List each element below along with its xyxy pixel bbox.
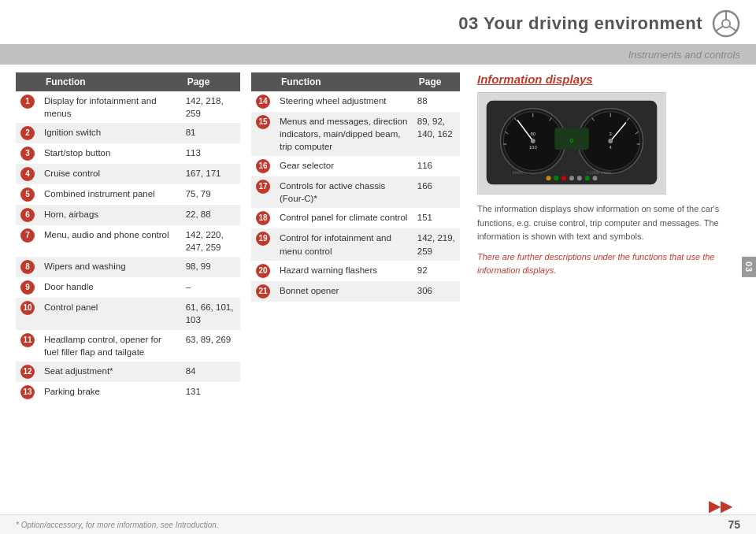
row-page: 142, 219, 259 [413, 228, 460, 260]
badge-number: 14 [256, 95, 270, 109]
row-function: Hazard warning flashers [275, 261, 413, 281]
row-page: 151 [413, 208, 460, 228]
row-function: Wipers and washing [39, 257, 181, 277]
badge-number: 7 [20, 228, 35, 243]
svg-point-33 [547, 176, 551, 180]
row-badge: 5 [16, 184, 39, 205]
row-page: 167, 171 [181, 164, 240, 184]
row-badge: 15 [251, 112, 275, 156]
row-badge: 19 [251, 228, 275, 260]
row-page: 88 [413, 91, 460, 112]
row-page: 92 [413, 261, 460, 281]
table-row: 5 Combined instrument panel 75, 79 [16, 184, 240, 205]
footer-page: 75 [728, 518, 740, 531]
table-row: 6 Horn, airbags 22, 88 [16, 205, 240, 225]
row-page: 63, 89, 269 [181, 330, 240, 362]
left-col-function: Function [39, 72, 181, 91]
badge-number: 21 [256, 284, 270, 299]
svg-text:×1000 r/min: ×1000 r/min [587, 170, 611, 175]
row-function: Control panel [39, 298, 181, 329]
badge-number: 5 [20, 187, 35, 202]
table-row: 12 Seat adjustment* 84 [16, 362, 240, 382]
svg-point-34 [554, 176, 558, 180]
info-title: Information displays [477, 72, 740, 86]
badge-number: 13 [20, 385, 35, 399]
right-col-function: Function [275, 72, 413, 91]
page-title: 03 Your driving environment [458, 13, 702, 34]
svg-point-17 [531, 139, 536, 143]
row-badge: 3 [16, 143, 39, 164]
row-function: Bonnet opener [275, 281, 413, 302]
row-function: Control panel for climate control [275, 208, 413, 228]
row-function: Menu, audio and phone control [39, 225, 181, 257]
table-row: 8 Wipers and washing 98, 99 [16, 257, 240, 277]
row-badge: 21 [251, 281, 275, 302]
badge-number: 18 [256, 211, 270, 225]
row-badge: 8 [16, 257, 39, 277]
table-row: 19 Control for infotainment and menu con… [251, 228, 460, 260]
section-banner: Instruments and controls [0, 44, 756, 65]
info-description-1: The information displays show informatio… [477, 202, 740, 244]
table-row: 17 Controls for active chassis (Four-C)*… [251, 176, 460, 208]
badge-number: 20 [256, 264, 270, 278]
row-function: Door handle [39, 277, 181, 298]
page-header: 03 Your driving environment [0, 0, 756, 44]
badge-number: 8 [20, 260, 35, 274]
left-col-num [16, 72, 39, 91]
row-function: Parking brake [39, 382, 181, 402]
row-badge: 14 [251, 91, 275, 112]
table-row: 16 Gear selector 116 [251, 156, 460, 176]
table-row: 15 Menus and messages, direction indicat… [251, 112, 460, 156]
svg-text:100: 100 [529, 145, 538, 150]
badge-number: 11 [20, 333, 35, 347]
svg-point-1 [722, 20, 730, 28]
badge-number: 9 [20, 280, 35, 295]
table-row: 10 Control panel 61, 66, 101, 103 [16, 298, 240, 329]
row-page: – [181, 277, 240, 298]
svg-line-4 [730, 27, 738, 32]
row-function: Horn, airbags [39, 205, 181, 225]
right-table: Function Page 14 Steering wheel adjustme… [251, 72, 460, 302]
table-row: 9 Door handle – [16, 277, 240, 298]
section-banner-text: Instruments and controls [628, 49, 740, 61]
row-function: Seat adjustment* [39, 362, 181, 382]
badge-number: 1 [20, 95, 35, 109]
row-function: Menus and messages, direction indicators… [275, 112, 413, 156]
right-col-num [251, 72, 275, 91]
row-function: Control for infotainment and menu contro… [275, 228, 413, 260]
table-row: 3 Start/stop button 113 [16, 143, 240, 164]
row-page: 98, 99 [181, 257, 240, 277]
side-tab: 03 [742, 257, 756, 277]
row-badge: 2 [16, 123, 39, 143]
info-description-2: There are further descriptions under the… [477, 250, 740, 278]
row-page: 142, 218, 259 [181, 91, 240, 123]
row-badge: 4 [16, 164, 39, 184]
svg-text:km/h: km/h [513, 170, 523, 175]
row-page: 116 [413, 156, 460, 176]
row-page: 22, 88 [181, 205, 240, 225]
badge-number: 16 [256, 159, 270, 173]
table-row: 18 Control panel for climate control 151 [251, 208, 460, 228]
row-page: 131 [181, 382, 240, 402]
badge-number: 19 [256, 232, 270, 246]
row-badge: 9 [16, 277, 39, 298]
instrument-panel-image: 0 km/h ×1000 r/min 80 [477, 92, 666, 195]
svg-text:80: 80 [530, 132, 536, 136]
svg-point-28 [608, 139, 613, 143]
table-row: 14 Steering wheel adjustment 88 [251, 91, 460, 112]
svg-point-36 [569, 176, 574, 180]
row-page: 113 [181, 143, 240, 164]
row-badge: 18 [251, 208, 275, 228]
badge-number: 6 [20, 208, 35, 222]
row-page: 81 [181, 123, 240, 143]
right-table-section: Function Page 14 Steering wheel adjustme… [251, 72, 460, 512]
next-page-arrow[interactable]: ▶▶ [709, 496, 732, 515]
row-badge: 1 [16, 91, 39, 123]
info-section: Information displays [471, 72, 740, 512]
badge-number: 4 [20, 167, 35, 181]
row-page: 142, 220, 247, 259 [181, 225, 240, 257]
table-row: 21 Bonnet opener 306 [251, 281, 460, 302]
row-function: Gear selector [275, 156, 413, 176]
row-badge: 17 [251, 176, 275, 208]
row-function: Steering wheel adjustment [275, 91, 413, 112]
